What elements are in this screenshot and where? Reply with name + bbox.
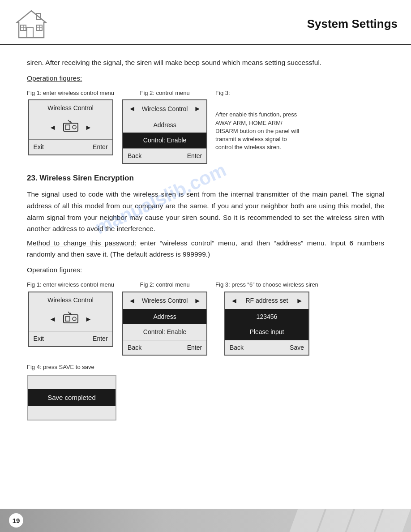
fig-row2-fig2-row2: Address — [123, 309, 206, 324]
intro-text: siren. After receiving the signal, the s… — [27, 57, 384, 69]
fig-row2-fig2-label: Fig 2: control menu — [140, 281, 189, 289]
fig-row2-fig2-right: ► — [194, 295, 201, 307]
fig1-label: Fig 1: enter wireless control menu — [27, 90, 114, 97]
fig2-label: Fig 2: control menu — [140, 90, 189, 97]
fig1-container: Fig 1: enter wireless control menu Wirel… — [27, 90, 114, 155]
fig-row2-fig1-label: Fig 1: enter wireless control menu — [27, 281, 114, 289]
fig2-container: Fig 2: control menu ◄ Wireless Control ►… — [122, 90, 207, 164]
fig-row2-fig1-footer: Exit Enter — [29, 331, 112, 346]
fig2-row1: ◄ Wireless Control ► — [123, 100, 206, 117]
fig-row2-right-arrow-icon: ► — [85, 313, 92, 325]
fig2-left-arrow: ◄ — [128, 103, 136, 115]
device-svg — [62, 120, 80, 133]
method-text: Method to change this password: enter “w… — [27, 237, 384, 260]
fig2-lcd: ◄ Wireless Control ► Address Control: En… — [122, 99, 207, 164]
save-completed-text: Save completed — [28, 389, 116, 406]
fig-row2-fig3-row3: Please input — [225, 324, 308, 339]
fig-row2-fig2-footer: Back Enter — [123, 340, 206, 355]
fig2-row2: Address — [123, 117, 206, 133]
fig-row2-fig3-right: ► — [296, 295, 303, 307]
fig-row2-left-arrow-icon: ◄ — [49, 313, 56, 325]
operation-heading-1: Operation figures: — [27, 73, 384, 84]
method-heading: Method to change this password: — [27, 239, 137, 247]
fig1-controls: ◄ ► — [29, 116, 112, 139]
operation-heading-2: Operation figures: — [27, 265, 384, 276]
fig-row2-fig2-lcd: ◄ Wireless Control ► Address Control: En… — [122, 292, 207, 356]
fig-row2-fig1-container: Fig 1: enter wireless control menu Wirel… — [27, 281, 114, 347]
fig-row2-fig3-row2: 123456 — [225, 309, 308, 324]
fig-row2-fig3-container: Fig 3: press “6” to choose wireless sire… — [215, 281, 318, 356]
right-arrow-icon: ► — [85, 122, 92, 133]
section-23-para: The signal used to code with the wireles… — [27, 189, 384, 234]
fig4-section: Fig 4: press SAVE to save Save completed — [27, 364, 384, 420]
fig-row2-fig3-label: Fig 3: press “6” to choose wireless sire… — [215, 281, 318, 289]
fig4-label: Fig 4: press SAVE to save — [27, 364, 384, 371]
page-number: 19 — [9, 513, 23, 528]
fig3-container: Fig 3: After enable this function, press… — [215, 90, 305, 152]
fig-row2-device-svg — [62, 311, 80, 325]
radio-device-icon — [62, 120, 80, 136]
fig-row2-radio-icon — [62, 311, 80, 327]
fig-row2-fig1-controls: ◄ ► — [29, 308, 112, 331]
footer-stripes — [294, 509, 407, 532]
fig1-footer: Exit Enter — [29, 139, 112, 154]
logo-icon — [13, 8, 49, 39]
figure-row-2: Fig 1: enter wireless control menu Wirel… — [27, 281, 384, 356]
fig1-row1: Wireless Control — [29, 100, 112, 116]
fig-row2-fig2-container: Fig 2: control menu ◄ Wireless Control ►… — [122, 281, 207, 356]
fig-row2-fig3-left: ◄ — [231, 295, 238, 307]
svg-rect-14 — [64, 315, 78, 323]
fig3-desc: After enable this function, press AWAY A… — [215, 99, 305, 151]
svg-rect-9 — [64, 123, 78, 131]
fig-row2-fig3-lcd: ◄ RF address set ► 123456 Please input B… — [224, 292, 309, 356]
page-footer: 19 — [0, 509, 411, 532]
save-box-top — [28, 376, 116, 389]
fig-row2-fig1-row1: Wireless Control — [29, 292, 112, 308]
page-header: System Settings — [0, 0, 411, 45]
svg-point-16 — [73, 317, 76, 321]
svg-rect-10 — [65, 125, 70, 129]
fig1-lcd: Wireless Control ◄ ► — [28, 99, 113, 155]
svg-rect-15 — [65, 317, 70, 321]
fig2-row3: Control: Enable — [123, 133, 206, 148]
svg-point-11 — [73, 125, 76, 129]
left-arrow-icon: ◄ — [49, 122, 56, 133]
main-content: siren. After receiving the signal, the s… — [0, 45, 411, 429]
fig4-save-box: Save completed — [27, 375, 116, 420]
fig-row2-fig2-left: ◄ — [128, 295, 136, 307]
fig-row2-fig3-footer: Back Save — [225, 340, 308, 355]
svg-rect-2 — [27, 28, 33, 38]
svg-marker-0 — [17, 11, 46, 38]
fig2-footer: Back Enter — [123, 148, 206, 163]
fig2-right-arrow: ► — [194, 103, 201, 115]
fig-row2-fig2-row3: Control: Enable — [123, 324, 206, 339]
page-title: System Settings — [307, 17, 398, 31]
fig-row2-fig2-row1: ◄ Wireless Control ► — [123, 292, 206, 309]
fig-row2-fig1-lcd: Wireless Control ◄ ► — [28, 292, 113, 347]
figure-row-1: Fig 1: enter wireless control menu Wirel… — [27, 90, 384, 164]
fig-row2-fig3-row1: ◄ RF address set ► — [225, 292, 308, 309]
section-23-heading: 23. Wireless Siren Encryption — [27, 172, 384, 184]
fig3-label: Fig 3: — [215, 90, 230, 97]
save-box-bottom — [28, 406, 116, 420]
